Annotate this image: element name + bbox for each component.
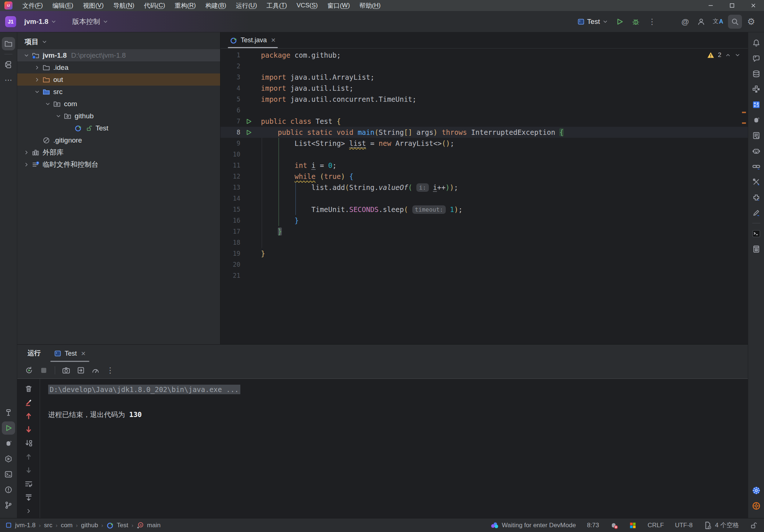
code-line-4[interactable]: 4import java.util.List; [220,83,748,94]
warning-stripe-mark[interactable] [742,122,746,124]
prev-occurrence-button[interactable] [22,409,35,423]
code-with-me-icon[interactable] [694,15,708,29]
terminal-toolwindow-button[interactable] [2,468,15,481]
warning-stripe-mark[interactable] [742,112,746,113]
run-line-icon[interactable] [242,129,255,136]
menu-item-7[interactable]: 构建(B) [201,0,231,11]
code-line-8[interactable]: 8 public static void main(String[] args)… [220,127,748,138]
tree-item-[interactable]: 外部库 [17,146,220,158]
plugin-wrench-icon[interactable] [750,191,763,204]
scroll-to-end-button[interactable] [22,491,35,504]
tree-item-out[interactable]: out [17,73,220,86]
code-line-16[interactable]: 16 } [220,215,748,226]
soft-wrap-button[interactable] [22,477,35,491]
run-toolwindow-title[interactable]: 运行 [17,349,49,362]
code-line-20[interactable]: 20 [220,259,748,270]
stop-button[interactable] [37,364,50,377]
tree-item-jvm-1.8[interactable]: jvm-1.8D:\project\jvm-1.8 [17,49,220,61]
run-line-icon[interactable] [242,118,255,125]
vcs-widget[interactable]: 版本控制 [68,15,113,29]
code-line-15[interactable]: 15 TimeUnit.SECONDS.sleep( timeout: 1); [220,204,748,215]
breadcrumb-main[interactable]: mmain [137,522,161,529]
tree-item-.idea[interactable]: .idea [17,61,220,73]
chevron-down-icon[interactable] [43,101,53,107]
project-toolwindow-button[interactable] [2,37,15,50]
menu-item-9[interactable]: 工具(T) [262,0,292,11]
breadcrumb-src[interactable]: src [44,522,53,529]
translate-icon[interactable]: 文A [710,15,726,29]
down-stack-button[interactable] [22,464,35,477]
tree-item-com[interactable]: com [17,98,220,110]
code-line-18[interactable]: 18 [220,237,748,248]
expand-button[interactable] [22,504,35,518]
menu-item-4[interactable]: 导航(N) [108,0,139,11]
navigate-stack-button[interactable] [22,436,35,450]
code-line-2[interactable]: 2 [220,61,748,72]
encoding[interactable]: UTF-8 [675,522,693,529]
code-line-7[interactable]: 7public class Test { [220,116,748,127]
menu-item-3[interactable]: 视图(V) [78,0,108,11]
inspection-widget[interactable]: 2 [707,51,740,59]
project-badge[interactable]: J1 [5,16,16,27]
run-config-selector[interactable]: Test [575,15,611,29]
ai-robot-icon[interactable] [750,144,763,158]
code-line-10[interactable]: 10 [220,149,748,160]
maximize-button[interactable] [721,0,743,11]
copilot-status[interactable] [610,521,618,529]
snapshot-button[interactable] [60,364,73,377]
profiler-button[interactable] [89,364,102,377]
copilot-toolwindow-button[interactable] [2,437,15,450]
project-widget[interactable]: jvm-1.8 [20,15,61,29]
code-line-13[interactable]: 13 list.add(String.valueOf( i: i++)); [220,182,748,193]
tree-item-src[interactable]: src [17,86,220,98]
rerun-button[interactable] [22,364,36,377]
cursor-position[interactable]: 8:73 [587,522,599,529]
console-command-line[interactable]: D:\develop\Java\jdk1.8.0_202\bin\java.ex… [48,383,748,396]
code-line-5[interactable]: 5import java.util.concurrent.TimeUnit; [220,94,748,105]
project-panel-header[interactable]: 项目 [17,32,220,49]
menu-item-1[interactable]: 文件(F) [18,0,48,11]
minimize-button[interactable] [700,0,721,11]
services-toolwindow-button[interactable] [2,452,15,466]
editor-tab-test-java[interactable]: Test.java ✕ [226,32,280,48]
chevron-right-icon[interactable] [22,150,31,155]
notifications-icon[interactable] [750,36,763,50]
run-tab-test[interactable]: Test ✕ [49,345,91,362]
code-notes-icon[interactable] [750,129,763,142]
ai-chat-icon[interactable] [750,52,763,65]
copilot-chat-icon[interactable] [750,114,763,127]
readonly-toggle[interactable] [750,522,757,529]
dictionary-icon[interactable] [750,242,763,256]
menu-item-5[interactable]: 代码(C) [139,0,170,11]
code-line-21[interactable]: 21 [220,270,748,281]
search-everywhere-button[interactable] [728,15,742,29]
console-output[interactable]: D:\develop\Java\jdk1.8.0_202\bin\java.ex… [40,379,748,518]
import-thread-dump-button[interactable] [74,364,87,377]
debug-button[interactable] [629,15,643,29]
code-area[interactable]: 1package com.github;23import java.util.A… [220,48,748,344]
breadcrumb-Test[interactable]: Test [107,522,128,529]
code-line-9[interactable]: 9 List<String> list = new ArrayList<>(); [220,138,748,149]
more-actions-button[interactable]: ⋮ [645,15,659,29]
code-line-11[interactable]: 11 int i = 0; [220,160,748,171]
chevron-down-icon[interactable] [32,89,42,95]
run-toolwindow-button[interactable] [2,421,15,435]
menu-item-8[interactable]: 运行(U) [231,0,262,11]
code-line-12[interactable]: 12 while (true) { [220,171,748,182]
dev-tools-icon[interactable] [750,175,763,188]
link-plugin-icon[interactable] [750,160,763,173]
code-line-6[interactable]: 6 [220,105,748,116]
problems-toolwindow-button[interactable] [2,483,15,496]
chevron-up-icon[interactable] [725,52,731,58]
line-separator[interactable]: CRLF [648,522,664,529]
menu-item-10[interactable]: VCS(S) [292,0,323,11]
code-line-17[interactable]: 17 } [220,226,748,237]
tree-item-github[interactable]: github [17,110,220,122]
chevron-down-icon[interactable] [735,52,740,58]
terminal-plugin-icon[interactable] [750,227,763,240]
indent-setting[interactable]: 4 个空格 [704,521,739,529]
clear-output-button[interactable] [22,395,35,409]
chevron-down-icon[interactable] [22,53,31,58]
build-toolwindow-button[interactable] [2,406,15,419]
up-stack-button[interactable] [22,450,35,463]
